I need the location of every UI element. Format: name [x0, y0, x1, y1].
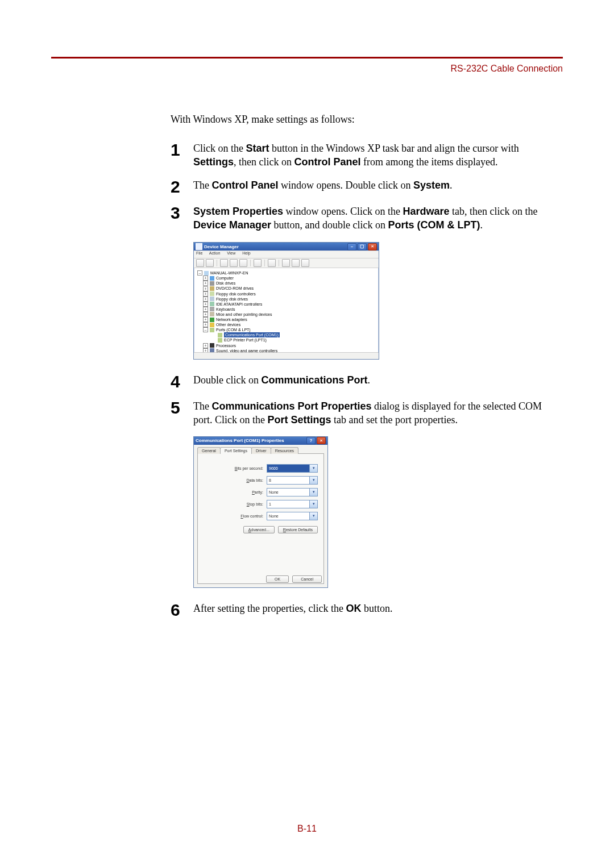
mouse-icon	[210, 312, 214, 316]
chevron-down-icon[interactable]: ▾	[309, 512, 317, 520]
tree-item[interactable]: Other devices	[216, 322, 240, 327]
tree-item[interactable]: Mice and other pointing devices	[216, 312, 272, 317]
t: button, and double click on	[271, 219, 388, 231]
step-5: 5 The Communications Port Properties dia…	[171, 399, 563, 427]
tab-strip: General Port Settings Driver Resources	[197, 447, 324, 454]
expand-icon[interactable]: +	[203, 302, 208, 307]
expand-icon[interactable]: +	[203, 343, 208, 348]
step-number: 3	[171, 205, 193, 222]
toolbar-icon[interactable]	[282, 259, 290, 267]
select-flowcontrol[interactable]: None▾	[267, 512, 318, 520]
device-tree[interactable]: –MANUAL-WINXP-EN +Computer +Disk drives …	[194, 268, 379, 360]
step-4: 4 Double click on Communications Port.	[171, 373, 563, 390]
toolbar-icon[interactable]	[239, 259, 247, 267]
b: Hardware	[403, 206, 450, 217]
collapse-icon[interactable]: –	[197, 270, 202, 276]
toolbar-icon[interactable]	[220, 259, 228, 267]
tree-item[interactable]: IDE ATA/ATAPI controllers	[216, 302, 262, 307]
computer-icon	[210, 276, 214, 281]
t: After setting the properties, click the	[193, 603, 346, 614]
select-databits[interactable]: 8▾	[267, 476, 318, 485]
restore-defaults-button[interactable]: Restore Defaults	[278, 526, 318, 533]
expand-icon[interactable]: +	[203, 307, 208, 312]
chevron-down-icon[interactable]: ▾	[309, 477, 317, 484]
com-port-properties-dialog: Communications Port (COM1) Properties ? …	[193, 436, 328, 588]
toolbar-icon[interactable]	[292, 259, 300, 267]
expand-icon[interactable]: +	[203, 297, 208, 302]
tree-item[interactable]: Computer	[216, 276, 234, 281]
tree-item[interactable]: Floppy disk controllers	[216, 291, 256, 297]
expand-icon[interactable]: +	[203, 322, 208, 327]
chevron-down-icon[interactable]: ▾	[309, 465, 317, 472]
t: tab, then click on the	[450, 206, 538, 217]
menu-file[interactable]: File	[196, 251, 202, 255]
device-manager-window: Device Manager – ▢ × File Action View He…	[193, 242, 379, 360]
b: Ports (COM & LPT)	[388, 219, 480, 231]
computer-icon	[204, 271, 209, 276]
tree-item[interactable]: Floppy disk drives	[216, 297, 248, 302]
toolbar-icon[interactable]	[206, 259, 214, 267]
toolbar	[194, 258, 379, 268]
chevron-down-icon[interactable]: ▾	[309, 500, 317, 508]
menu-action[interactable]: Action	[209, 251, 220, 255]
tree-item[interactable]: Keyboards	[216, 307, 235, 312]
tree-root[interactable]: MANUAL-WINXP-EN	[210, 270, 248, 276]
tab-driver[interactable]: Driver	[251, 447, 271, 454]
t: The	[193, 180, 211, 191]
expand-icon[interactable]: +	[203, 281, 208, 286]
step-number: 5	[171, 399, 193, 416]
b: Control Panel	[294, 156, 361, 168]
b: Start	[246, 143, 269, 154]
toolbar-icon[interactable]	[254, 259, 262, 267]
collapse-icon[interactable]: –	[203, 327, 208, 332]
expand-icon[interactable]: +	[203, 286, 208, 291]
toolbar-icon[interactable]	[268, 259, 276, 267]
close-button[interactable]: ×	[368, 243, 377, 251]
step-1: 1 Click on the Start button in the Windo…	[171, 141, 563, 169]
b: Settings	[193, 156, 234, 168]
minimize-button[interactable]: –	[347, 243, 356, 251]
ok-button[interactable]: OK	[266, 575, 289, 583]
tree-item[interactable]: Network adapters	[216, 317, 247, 322]
expand-icon[interactable]: +	[203, 276, 208, 281]
expand-icon[interactable]: +	[203, 291, 208, 297]
select-stopbits[interactable]: 1▾	[267, 500, 318, 508]
step-3: 3 System Properties window opens. Click …	[171, 205, 563, 232]
window-title: Device Manager	[204, 244, 239, 249]
dialog-titlebar: Communications Port (COM1) Properties ? …	[194, 437, 327, 445]
toolbar-icon[interactable]	[230, 259, 238, 267]
t: , then click on	[234, 156, 294, 168]
select-bps[interactable]: 9600▾	[267, 464, 318, 473]
menubar[interactable]: File Action View Help	[194, 251, 379, 258]
tab-port-settings[interactable]: Port Settings	[220, 447, 252, 454]
cancel-button[interactable]: Cancel	[292, 575, 322, 583]
select-parity[interactable]: None▾	[267, 488, 318, 496]
menu-view[interactable]: View	[227, 251, 235, 255]
tree-item-com1-selected[interactable]: Communications Port (COM1)	[224, 332, 280, 337]
close-button[interactable]: ×	[317, 437, 326, 444]
tree-item-ports[interactable]: Ports (COM & LPT)	[216, 327, 251, 332]
expand-icon[interactable]: +	[203, 317, 208, 322]
menu-help[interactable]: Help	[242, 251, 250, 255]
toolbar-icon[interactable]	[301, 259, 309, 267]
t: Double click on	[193, 374, 261, 386]
b: Control Panel	[211, 180, 278, 191]
toolbar-icon[interactable]	[196, 259, 204, 267]
tree-item[interactable]: DVD/CD-ROM drives	[216, 286, 254, 291]
tab-resources[interactable]: Resources	[271, 447, 298, 454]
t: .	[368, 374, 371, 386]
expand-icon[interactable]: +	[203, 312, 208, 317]
tree-item-lpt1[interactable]: ECP Printer Port (LPT1)	[224, 337, 267, 343]
ide-icon	[210, 302, 214, 306]
tree-item[interactable]: Processors	[216, 343, 236, 348]
t: window opens. Double click on	[279, 180, 413, 191]
tab-general[interactable]: General	[197, 447, 221, 454]
step-6: 6 After setting the properties, click th…	[171, 602, 563, 619]
maximize-button[interactable]: ▢	[358, 243, 367, 251]
help-button[interactable]: ?	[306, 437, 316, 444]
advanced-button[interactable]: AAdvanced...dvanced...	[243, 526, 275, 533]
port-settings-panel: BBits per second:its per second: 9600▾ D…	[197, 453, 324, 584]
t: button in the Windows XP task bar and al…	[269, 143, 519, 154]
tree-item[interactable]: Disk drives	[216, 281, 235, 286]
chevron-down-icon[interactable]: ▾	[309, 489, 317, 496]
